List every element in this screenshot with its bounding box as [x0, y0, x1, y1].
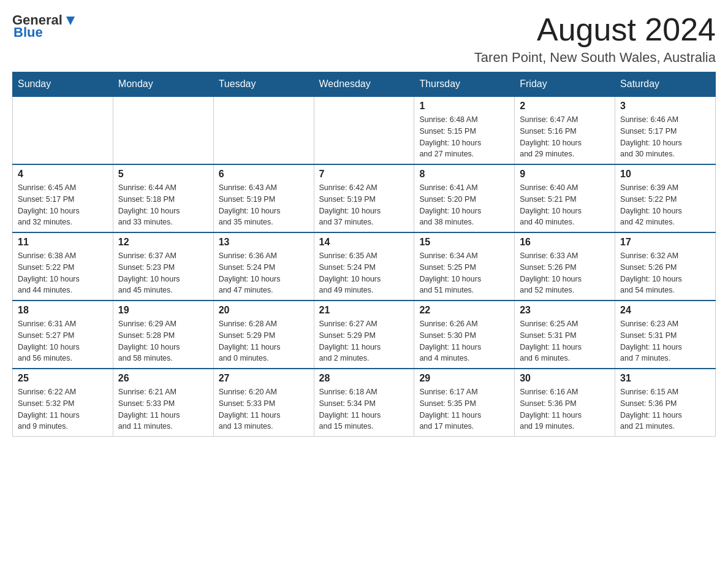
- day-info: Sunrise: 6:39 AM Sunset: 5:22 PM Dayligh…: [620, 182, 710, 228]
- day-number: 27: [219, 373, 309, 384]
- day-info: Sunrise: 6:21 AM Sunset: 5:33 PM Dayligh…: [118, 386, 208, 432]
- calendar-cell: 16Sunrise: 6:33 AM Sunset: 5:26 PM Dayli…: [515, 232, 615, 301]
- calendar-cell: 13Sunrise: 6:36 AM Sunset: 5:24 PM Dayli…: [213, 232, 314, 301]
- week-row-4: 18Sunrise: 6:31 AM Sunset: 5:27 PM Dayli…: [13, 301, 716, 369]
- weekday-header-wednesday: Wednesday: [314, 72, 414, 97]
- calendar-cell: [314, 96, 414, 164]
- calendar-cell: 15Sunrise: 6:34 AM Sunset: 5:25 PM Dayli…: [414, 232, 515, 301]
- day-number: 24: [620, 305, 710, 316]
- day-number: 7: [319, 169, 409, 180]
- day-number: 12: [118, 237, 208, 248]
- day-number: 26: [118, 373, 208, 384]
- calendar-cell: 4Sunrise: 6:45 AM Sunset: 5:17 PM Daylig…: [13, 164, 113, 232]
- week-row-5: 25Sunrise: 6:22 AM Sunset: 5:32 PM Dayli…: [13, 369, 716, 437]
- day-number: 25: [18, 373, 108, 384]
- day-info: Sunrise: 6:47 AM Sunset: 5:16 PM Dayligh…: [520, 114, 610, 160]
- day-number: 16: [520, 237, 610, 248]
- calendar-cell: 22Sunrise: 6:26 AM Sunset: 5:30 PM Dayli…: [414, 301, 515, 369]
- day-number: 31: [620, 373, 710, 384]
- calendar-cell: 7Sunrise: 6:42 AM Sunset: 5:19 PM Daylig…: [314, 164, 414, 232]
- calendar-cell: 3Sunrise: 6:46 AM Sunset: 5:17 PM Daylig…: [615, 96, 716, 164]
- calendar-cell: [13, 96, 113, 164]
- weekday-header-thursday: Thursday: [414, 72, 515, 97]
- calendar-cell: 11Sunrise: 6:38 AM Sunset: 5:22 PM Dayli…: [13, 232, 113, 301]
- week-row-1: 1Sunrise: 6:48 AM Sunset: 5:15 PM Daylig…: [13, 96, 716, 164]
- week-row-3: 11Sunrise: 6:38 AM Sunset: 5:22 PM Dayli…: [13, 232, 716, 301]
- calendar-cell: [213, 96, 314, 164]
- day-info: Sunrise: 6:29 AM Sunset: 5:28 PM Dayligh…: [118, 318, 208, 364]
- day-number: 28: [319, 373, 409, 384]
- day-info: Sunrise: 6:35 AM Sunset: 5:24 PM Dayligh…: [319, 250, 409, 296]
- page-header: General Blue August 2024 Taren Point, Ne…: [12, 12, 716, 66]
- day-info: Sunrise: 6:15 AM Sunset: 5:36 PM Dayligh…: [620, 386, 710, 432]
- logo-blue-text: Blue: [13, 25, 43, 40]
- calendar-cell: 18Sunrise: 6:31 AM Sunset: 5:27 PM Dayli…: [13, 301, 113, 369]
- day-info: Sunrise: 6:46 AM Sunset: 5:17 PM Dayligh…: [620, 114, 710, 160]
- day-info: Sunrise: 6:33 AM Sunset: 5:26 PM Dayligh…: [520, 250, 610, 296]
- calendar-cell: 9Sunrise: 6:40 AM Sunset: 5:21 PM Daylig…: [515, 164, 615, 232]
- title-section: August 2024 Taren Point, New South Wales…: [474, 12, 716, 66]
- week-row-2: 4Sunrise: 6:45 AM Sunset: 5:17 PM Daylig…: [13, 164, 716, 232]
- logo: General Blue: [12, 12, 77, 40]
- day-number: 17: [620, 237, 710, 248]
- day-number: 29: [419, 373, 509, 384]
- day-info: Sunrise: 6:16 AM Sunset: 5:36 PM Dayligh…: [520, 386, 610, 432]
- day-info: Sunrise: 6:18 AM Sunset: 5:34 PM Dayligh…: [319, 386, 409, 432]
- day-info: Sunrise: 6:36 AM Sunset: 5:24 PM Dayligh…: [219, 250, 309, 296]
- day-number: 8: [419, 169, 509, 180]
- weekday-header-monday: Monday: [113, 72, 213, 97]
- logo-triangle-icon: [64, 14, 77, 28]
- calendar-cell: 26Sunrise: 6:21 AM Sunset: 5:33 PM Dayli…: [113, 369, 213, 437]
- weekday-header-tuesday: Tuesday: [213, 72, 314, 97]
- day-info: Sunrise: 6:43 AM Sunset: 5:19 PM Dayligh…: [219, 182, 309, 228]
- day-number: 5: [118, 169, 208, 180]
- weekday-header-sunday: Sunday: [13, 72, 113, 97]
- day-number: 13: [219, 237, 309, 248]
- day-info: Sunrise: 6:45 AM Sunset: 5:17 PM Dayligh…: [18, 182, 108, 228]
- calendar-cell: 1Sunrise: 6:48 AM Sunset: 5:15 PM Daylig…: [414, 96, 515, 164]
- day-number: 14: [319, 237, 409, 248]
- calendar-cell: 20Sunrise: 6:28 AM Sunset: 5:29 PM Dayli…: [213, 301, 314, 369]
- calendar-cell: [113, 96, 213, 164]
- weekday-header-saturday: Saturday: [615, 72, 716, 97]
- calendar-cell: 30Sunrise: 6:16 AM Sunset: 5:36 PM Dayli…: [515, 369, 615, 437]
- calendar-cell: 2Sunrise: 6:47 AM Sunset: 5:16 PM Daylig…: [515, 96, 615, 164]
- day-number: 18: [18, 305, 108, 316]
- svg-marker-0: [66, 17, 75, 25]
- day-info: Sunrise: 6:32 AM Sunset: 5:26 PM Dayligh…: [620, 250, 710, 296]
- calendar-cell: 5Sunrise: 6:44 AM Sunset: 5:18 PM Daylig…: [113, 164, 213, 232]
- day-number: 2: [520, 101, 610, 112]
- day-number: 4: [18, 169, 108, 180]
- calendar-cell: 17Sunrise: 6:32 AM Sunset: 5:26 PM Dayli…: [615, 232, 716, 301]
- day-info: Sunrise: 6:48 AM Sunset: 5:15 PM Dayligh…: [419, 114, 509, 160]
- day-number: 10: [620, 169, 710, 180]
- calendar-cell: 27Sunrise: 6:20 AM Sunset: 5:33 PM Dayli…: [213, 369, 314, 437]
- day-info: Sunrise: 6:38 AM Sunset: 5:22 PM Dayligh…: [18, 250, 108, 296]
- day-number: 6: [219, 169, 309, 180]
- weekday-header-row: SundayMondayTuesdayWednesdayThursdayFrid…: [13, 72, 716, 97]
- day-info: Sunrise: 6:20 AM Sunset: 5:33 PM Dayligh…: [219, 386, 309, 432]
- calendar-cell: 23Sunrise: 6:25 AM Sunset: 5:31 PM Dayli…: [515, 301, 615, 369]
- calendar-cell: 6Sunrise: 6:43 AM Sunset: 5:19 PM Daylig…: [213, 164, 314, 232]
- day-info: Sunrise: 6:28 AM Sunset: 5:29 PM Dayligh…: [219, 318, 309, 364]
- day-info: Sunrise: 6:44 AM Sunset: 5:18 PM Dayligh…: [118, 182, 208, 228]
- day-info: Sunrise: 6:22 AM Sunset: 5:32 PM Dayligh…: [18, 386, 108, 432]
- calendar-cell: 28Sunrise: 6:18 AM Sunset: 5:34 PM Dayli…: [314, 369, 414, 437]
- day-info: Sunrise: 6:34 AM Sunset: 5:25 PM Dayligh…: [419, 250, 509, 296]
- day-info: Sunrise: 6:17 AM Sunset: 5:35 PM Dayligh…: [419, 386, 509, 432]
- day-number: 20: [219, 305, 309, 316]
- day-number: 21: [319, 305, 409, 316]
- day-info: Sunrise: 6:31 AM Sunset: 5:27 PM Dayligh…: [18, 318, 108, 364]
- day-info: Sunrise: 6:41 AM Sunset: 5:20 PM Dayligh…: [419, 182, 509, 228]
- day-number: 19: [118, 305, 208, 316]
- calendar-cell: 8Sunrise: 6:41 AM Sunset: 5:20 PM Daylig…: [414, 164, 515, 232]
- calendar-cell: 31Sunrise: 6:15 AM Sunset: 5:36 PM Dayli…: [615, 369, 716, 437]
- calendar-cell: 14Sunrise: 6:35 AM Sunset: 5:24 PM Dayli…: [314, 232, 414, 301]
- month-title: August 2024: [474, 12, 716, 47]
- day-number: 22: [419, 305, 509, 316]
- calendar-cell: 25Sunrise: 6:22 AM Sunset: 5:32 PM Dayli…: [13, 369, 113, 437]
- day-info: Sunrise: 6:25 AM Sunset: 5:31 PM Dayligh…: [520, 318, 610, 364]
- location-title: Taren Point, New South Wales, Australia: [474, 50, 716, 66]
- calendar-cell: 12Sunrise: 6:37 AM Sunset: 5:23 PM Dayli…: [113, 232, 213, 301]
- day-number: 15: [419, 237, 509, 248]
